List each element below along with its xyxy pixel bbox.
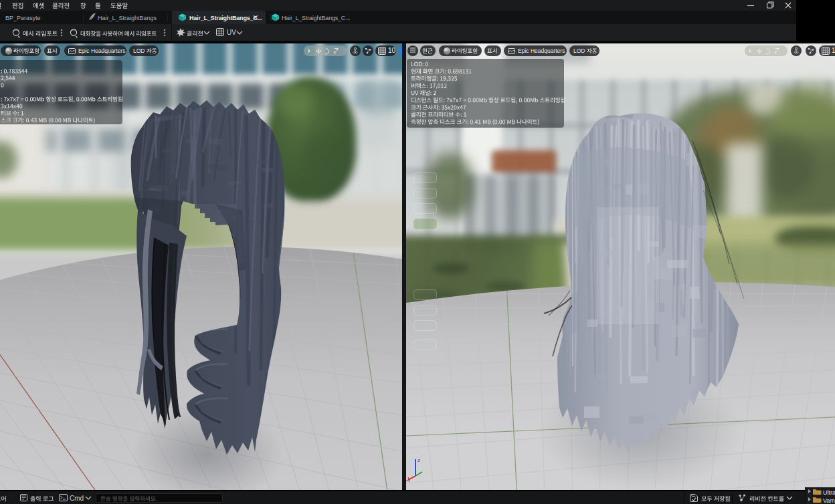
svg-text:Vamp: Vamp <box>823 497 835 504</box>
svg-text:10: 10 <box>832 47 835 54</box>
svg-text:10: 10 <box>388 47 396 54</box>
svg-text:LOD: LOD <box>133 47 145 54</box>
svg-text:Epic Headquarters: Epic Headquarters <box>78 47 125 54</box>
svg-text:Epic Headquarters: Epic Headquarters <box>518 47 565 54</box>
svg-text:Cmd: Cmd <box>70 495 84 502</box>
svg-text:LOD: LOD <box>573 47 585 54</box>
svg-text:UV: UV <box>227 29 236 36</box>
svg-text:z: z <box>418 457 420 463</box>
svg-text:Ultra: Ultra <box>823 489 835 496</box>
